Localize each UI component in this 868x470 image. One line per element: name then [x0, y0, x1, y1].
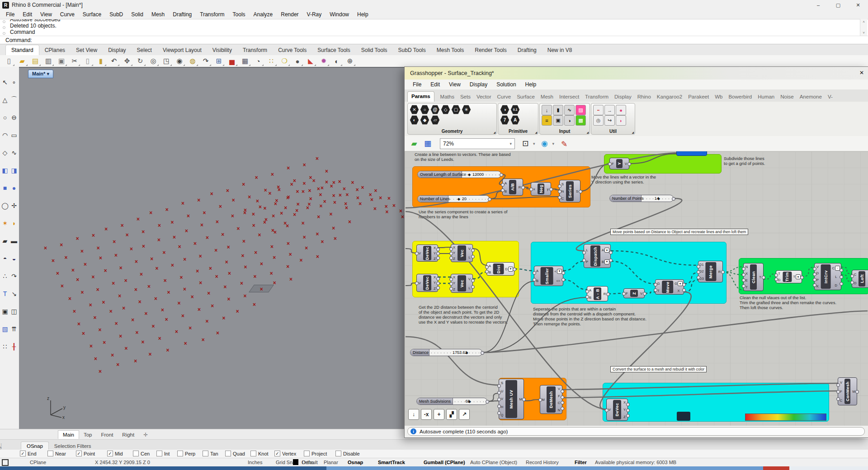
toolbar-tab-new-in-v8[interactable]: New in V8 [542, 45, 578, 55]
gh-tab-anemone[interactable]: Anemone [800, 92, 822, 102]
checkbox[interactable] [156, 451, 162, 456]
param-surface-icon[interactable]: ◐ [410, 115, 419, 125]
output-port[interactable] [561, 390, 564, 393]
corner-arrow-icon[interactable]: ◢ [493, 131, 495, 134]
car-icon[interactable]: ▅ [226, 56, 237, 66]
component-series[interactable]: SNCSeriesS [559, 180, 580, 202]
cage-edit-icon[interactable]: ✢ [9, 201, 19, 210]
osnap-option-cen[interactable]: Cen [133, 451, 150, 456]
status-ortho[interactable]: Ortho [302, 460, 314, 465]
gh-zoom-select[interactable]: 72% ▾ [440, 138, 515, 149]
input-port[interactable] [742, 273, 745, 277]
toolbar-tab-visibility[interactable]: Visibility [207, 45, 237, 55]
gh-tab-v-[interactable]: V- [828, 92, 833, 102]
toolbar-tab-display[interactable]: Display [103, 45, 131, 55]
output-port[interactable] [481, 351, 484, 355]
select-arrow-icon[interactable]: ↖ [0, 78, 9, 87]
corner-arrow-icon[interactable]: ◢ [632, 131, 634, 134]
gh-tab-mesh[interactable]: Mesh [541, 92, 553, 102]
menu-item-window[interactable]: Window [326, 10, 353, 19]
checkbox[interactable] [177, 451, 183, 456]
undo-icon[interactable]: ↶ [108, 56, 119, 66]
param-point-icon[interactable]: ◆ [420, 115, 429, 125]
input-port[interactable] [415, 252, 419, 255]
grasshopper-close-icon[interactable]: ✕ [859, 70, 864, 76]
component-vec[interactable]: XYZVecVL [451, 274, 473, 293]
output-port[interactable] [436, 248, 440, 251]
toolbar-tab-select[interactable]: Select [132, 45, 157, 55]
gh-tab-bowerbird[interactable]: Bowerbird [728, 92, 752, 102]
component-demesh[interactable]: MDeMeshVFCN [540, 385, 562, 414]
text-icon[interactable]: T [0, 289, 9, 298]
paste-icon[interactable]: ▮ [95, 56, 106, 66]
status-smarttrack[interactable]: SmartTrack [378, 460, 405, 465]
context-icon[interactable]: ◎ [593, 115, 604, 126]
menu-item-subd[interactable]: SubD [105, 10, 127, 19]
status-x-2454-32-y-2909-15-z-0[interactable]: X 2454.32 Y 2909.15 Z 0 [95, 460, 150, 465]
viewport-tab-front[interactable]: Front [96, 431, 118, 439]
arc-icon[interactable]: ◠ [0, 131, 9, 140]
param-mesh-icon[interactable]: ✳ [462, 105, 471, 114]
output-port[interactable] [521, 186, 525, 189]
gh-tab-intersect[interactable]: Intersect [559, 92, 579, 102]
single-point-icon[interactable]: ∘ [9, 78, 19, 87]
input-port[interactable] [774, 273, 778, 277]
gh-menu-edit[interactable]: Edit [426, 80, 444, 89]
output-port[interactable] [486, 400, 489, 404]
input-port[interactable] [558, 184, 561, 188]
zoom-lens-icon[interactable]: ◍ [187, 56, 198, 66]
surface-corner-icon[interactable]: ◧ [0, 166, 9, 175]
cluster-icon[interactable]: ◗ [616, 115, 626, 126]
toolbar-tab-drafting[interactable]: Drafting [512, 45, 542, 55]
input-port[interactable] [605, 409, 609, 412]
component-devec[interactable]: VDeVecXYZ [606, 399, 628, 421]
align-icon[interactable]: ◫ [9, 307, 19, 316]
boolean-diff-icon[interactable]: ◒ [9, 254, 19, 263]
component-a-b[interactable]: ABA - BR [587, 286, 608, 301]
toolbar-tab-curve-tools[interactable]: Curve Tools [273, 45, 312, 55]
freeform-curve-icon[interactable]: ⌒ [9, 95, 19, 104]
gh-menu-file[interactable]: File [408, 80, 426, 89]
osnap-option-end[interactable]: ✓End [20, 451, 37, 456]
array-grid-icon[interactable]: ∷ [0, 342, 9, 351]
data-dam-icon[interactable]: ● [616, 105, 626, 115]
output-port[interactable] [643, 292, 646, 296]
input-port[interactable] [497, 384, 501, 388]
gh-tab-rhino[interactable]: Rhino [637, 92, 651, 102]
input-port[interactable] [558, 190, 561, 193]
select-points-icon[interactable]: ∷ [266, 56, 277, 66]
osnap-option-perp[interactable]: Perp [177, 451, 195, 456]
gh-tab-transform[interactable]: Transform [585, 92, 609, 102]
grasshopper-title-bar[interactable]: Grasshopper - Surface_Tracking* ✕ [405, 67, 868, 80]
checkbox[interactable]: ✓ [274, 451, 280, 456]
gh-tab-noise[interactable]: Noise [780, 92, 793, 102]
checkbox[interactable]: ✓ [107, 451, 113, 456]
output-port[interactable] [561, 278, 565, 282]
input-port[interactable] [497, 404, 501, 408]
output-port[interactable] [561, 271, 565, 275]
input-port[interactable] [697, 265, 700, 268]
toolbar-tab-transform[interactable]: Transform [237, 45, 273, 55]
component-devec[interactable]: VDeVecXYZ [416, 274, 438, 292]
viewport-main[interactable]: Main* ▾ z y x ××××××××××××××××××××××××××… [19, 67, 404, 430]
input-port[interactable] [813, 273, 816, 276]
light-bulb-icon[interactable]: ❍ [279, 56, 290, 66]
menu-item-render[interactable]: Render [277, 10, 302, 19]
component-z[interactable]: FZV [623, 288, 645, 298]
toolbar-tab-cplanes[interactable]: CPlanes [39, 45, 71, 55]
checkbox[interactable] [203, 451, 208, 456]
output-port[interactable] [672, 197, 675, 201]
component-neg[interactable]: xNegy [531, 182, 551, 196]
tab-osnap[interactable]: OSnap [21, 442, 49, 450]
component-vec[interactable]: XYZVecVL [451, 244, 473, 262]
gh-tab-human[interactable]: Human [758, 92, 774, 102]
input-port[interactable] [836, 390, 840, 394]
input-port[interactable] [415, 282, 419, 285]
panel-icon[interactable]: ▮ [553, 105, 563, 115]
param-plane-icon[interactable]: ◇ [441, 105, 450, 114]
output-port[interactable] [606, 292, 610, 296]
vray-icon[interactable]: ◣ [305, 56, 316, 66]
input-port[interactable] [585, 295, 589, 299]
component-dispatch[interactable]: LPDispatchA▼B▼ [584, 244, 611, 268]
checkbox[interactable] [250, 451, 256, 456]
